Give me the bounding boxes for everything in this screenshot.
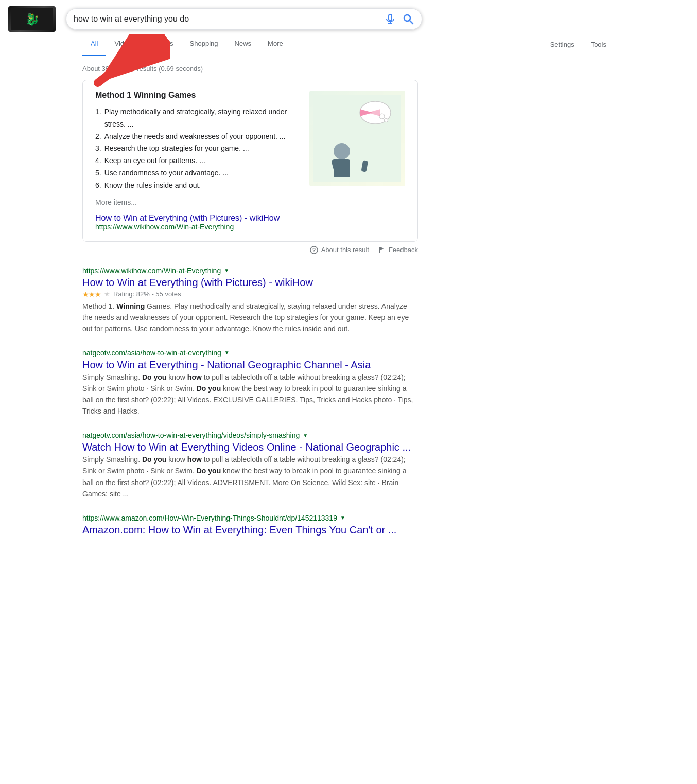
tab-news[interactable]: News — [226, 32, 260, 56]
header: 🐉 — [0, 0, 697, 32]
snippet-list: 1.Play methodically and strategically, s… — [95, 106, 301, 192]
result-snippet-2: Simply Smashing. Do you know how to pull… — [82, 371, 418, 417]
star-empty-1: ★ — [104, 290, 110, 298]
search-input[interactable] — [74, 14, 385, 24]
rating-text-1: Rating: 82% - 55 votes — [113, 290, 181, 298]
result-rating-1: ★★★★ Rating: 82% - 55 votes — [82, 290, 418, 298]
result-url-line-4: https://www.amazon.com/How-Win-Everythin… — [82, 514, 418, 522]
logo: 🐉 — [8, 6, 56, 32]
snippet-url[interactable]: https://www.wikihow.com/Win-at-Everythin… — [95, 223, 234, 231]
mic-icon[interactable] — [385, 13, 396, 25]
result-title-2[interactable]: How to Win at Everything - National Geog… — [82, 359, 371, 370]
search-result-2: natgeotv.com/asia/how-to-win-at-everythi… — [82, 349, 418, 417]
stars-1: ★★★ — [82, 290, 101, 298]
tab-videos[interactable]: Videos — [106, 32, 143, 56]
search-result-1: https://www.wikihow.com/Win-at-Everythin… — [82, 266, 418, 334]
about-feedback-row: ? About this result Feedback — [82, 246, 418, 254]
result-url-2: natgeotv.com/asia/how-to-win-at-everythi… — [82, 349, 221, 357]
featured-snippet: Method 1 Winning Games 1.Play methodical… — [82, 80, 418, 242]
svg-line-6 — [410, 21, 413, 24]
snippet-title: Method 1 Winning Games — [95, 91, 301, 100]
results-count-text: About 39,300,000 results (0.69 seconds) — [82, 65, 203, 73]
list-item: 4.Keep an eye out for patterns. ... — [95, 155, 301, 167]
result-url-line-1: https://www.wikihow.com/Win-at-Everythin… — [82, 266, 418, 275]
svg-point-14 — [334, 143, 350, 159]
snippet-main-link[interactable]: How to Win at Everything (with Pictures)… — [95, 213, 301, 223]
svg-point-11 — [385, 119, 388, 122]
tab-images[interactable]: Images — [143, 32, 182, 56]
nav-settings[interactable]: Settings — [542, 33, 583, 56]
result-url-1: https://www.wikihow.com/Win-at-Everythin… — [82, 266, 221, 275]
about-label: About this result — [321, 246, 369, 254]
search-icon[interactable] — [402, 13, 414, 25]
feedback-label: Feedback — [389, 246, 418, 254]
result-title-3[interactable]: Watch How to Win at Everything Videos On… — [82, 441, 411, 453]
flag-icon — [377, 246, 386, 254]
tab-shopping[interactable]: Shopping — [182, 32, 226, 56]
result-title-4[interactable]: Amazon.com: How to Win at Everything: Ev… — [82, 524, 396, 536]
result-title-1[interactable]: How to Win at Everything (with Pictures)… — [82, 277, 313, 288]
more-items-link[interactable]: More items... — [95, 198, 301, 206]
feedback-button[interactable]: Feedback — [377, 246, 418, 254]
result-dropdown-4[interactable]: ▼ — [340, 515, 345, 521]
list-item: 3.Research the top strategies for your g… — [95, 142, 301, 155]
result-url-3: natgeotv.com/asia/how-to-win-at-everythi… — [82, 431, 300, 439]
search-result-4: https://www.amazon.com/How-Win-Everythin… — [82, 514, 418, 537]
about-this-result-button[interactable]: ? About this result — [310, 246, 369, 254]
snippet-content: Method 1 Winning Games 1.Play methodical… — [95, 91, 301, 231]
tab-all[interactable]: All — [82, 32, 106, 56]
list-item: 1.Play methodically and strategically, s… — [95, 106, 301, 131]
result-snippet-3: Simply Smashing. Do you know how to pull… — [82, 454, 418, 499]
svg-rect-2 — [389, 14, 392, 21]
results-count-area: About 39,300,000 results (0.69 seconds) — [82, 65, 203, 73]
list-item: 5.Use randomness to your advantage. ... — [95, 167, 301, 180]
search-result-3: natgeotv.com/asia/how-to-win-at-everythi… — [82, 431, 418, 499]
logo-image: 🐉 — [8, 6, 56, 32]
search-icons — [385, 13, 414, 25]
svg-text:?: ? — [312, 247, 316, 253]
result-dropdown-3[interactable]: ▼ — [303, 433, 308, 438]
tab-more[interactable]: More — [259, 32, 291, 56]
list-item: 2.Analyze the needs and weaknesses of yo… — [95, 131, 301, 143]
result-dropdown-1[interactable]: ▼ — [224, 268, 229, 273]
result-dropdown-2[interactable]: ▼ — [224, 350, 230, 355]
svg-rect-20 — [379, 247, 380, 253]
result-url-line-3: natgeotv.com/asia/how-to-win-at-everythi… — [82, 431, 418, 439]
result-url-4: https://www.amazon.com/How-Win-Everythin… — [82, 514, 337, 522]
main-content: About 39,300,000 results (0.69 seconds) … — [0, 56, 697, 559]
result-snippet-1: Method 1. Winning Games. Play methodical… — [82, 300, 418, 334]
question-icon: ? — [310, 246, 318, 254]
result-url-line-2: natgeotv.com/asia/how-to-win-at-everythi… — [82, 349, 418, 357]
list-item: 6.Know the rules inside and out. — [95, 180, 301, 192]
nav-tabs: All Videos Images Shopping News More Set… — [0, 32, 697, 56]
svg-text:🐉: 🐉 — [25, 12, 40, 26]
search-box[interactable] — [66, 8, 422, 30]
snippet-image — [309, 91, 405, 186]
svg-marker-21 — [380, 247, 384, 250]
nav-tools[interactable]: Tools — [583, 33, 615, 56]
